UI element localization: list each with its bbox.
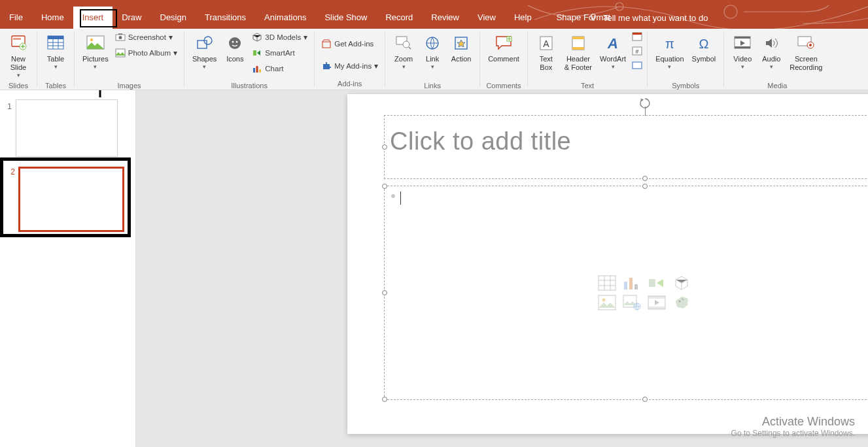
tab-home[interactable]: Home: [32, 7, 73, 29]
insert-smartart-icon[interactable]: [648, 275, 666, 291]
tab-draw[interactable]: Draw: [113, 7, 150, 29]
comment-icon: [495, 33, 512, 54]
svg-point-27: [403, 41, 409, 48]
svg-rect-53: [634, 284, 638, 290]
svg-rect-60: [648, 296, 665, 299]
date-time-button[interactable]: [631, 30, 643, 43]
resize-handle[interactable]: [382, 290, 387, 295]
ribbon-tabs: File Home Insert Draw Design Transitions…: [0, 7, 868, 29]
tell-me-input[interactable]: [603, 13, 747, 23]
tab-view[interactable]: View: [468, 7, 505, 29]
tab-design[interactable]: Design: [151, 7, 196, 29]
svg-rect-9: [48, 36, 63, 39]
tab-record[interactable]: Record: [376, 7, 422, 29]
chart-button[interactable]: Chart: [249, 61, 310, 76]
slide-canvas[interactable]: Click to add title: [347, 94, 868, 434]
content-placeholder-icons: [598, 275, 692, 310]
slide-number-button[interactable]: #: [631, 44, 643, 58]
photo-album-button[interactable]: Photo Album ▾: [113, 46, 180, 60]
svg-point-49: [809, 44, 812, 46]
insert-picture-icon[interactable]: [598, 295, 616, 310]
text-box-button[interactable]: AText Box: [532, 30, 561, 80]
action-button[interactable]: Action: [447, 30, 476, 80]
get-addins-button[interactable]: Get Add-ins: [319, 37, 381, 51]
svg-rect-23: [256, 66, 258, 73]
screen-recording-icon: [797, 33, 814, 54]
svg-point-14: [118, 36, 122, 39]
3d-models-button[interactable]: 3D Models ▾: [249, 30, 310, 44]
icons-icon: [227, 33, 243, 54]
chevron-down-icon: ▾: [54, 63, 58, 70]
zoom-button[interactable]: Zoom▾: [389, 30, 418, 80]
insert-chart-icon[interactable]: [623, 275, 641, 291]
svg-rect-34: [572, 37, 584, 39]
header-footer-button[interactable]: Header & Footer: [561, 30, 596, 80]
content-placeholder[interactable]: [384, 186, 868, 400]
table-icon: [47, 33, 64, 54]
thumbnail-1[interactable]: 1: [0, 97, 135, 159]
insert-online-picture-icon[interactable]: [623, 295, 641, 310]
audio-button[interactable]: Audio▾: [757, 30, 786, 80]
store-icon: [321, 39, 332, 49]
insert-video-icon[interactable]: [648, 295, 666, 310]
tab-help[interactable]: Help: [505, 7, 541, 29]
equation-button[interactable]: πEquation▾: [651, 30, 687, 80]
resize-handle[interactable]: [642, 184, 648, 189]
svg-rect-22: [253, 68, 255, 73]
wordart-button[interactable]: AWordArt▾: [596, 30, 630, 80]
insert-table-icon[interactable]: [598, 275, 616, 291]
cube-icon: [252, 32, 262, 42]
svg-rect-16: [198, 41, 207, 48]
bullet-icon: [391, 194, 395, 198]
number-icon: #: [632, 46, 642, 56]
resize-handle[interactable]: [642, 397, 648, 402]
svg-rect-61: [648, 306, 665, 309]
my-addins-button[interactable]: My Add-ins ▾: [319, 59, 381, 73]
video-button[interactable]: Video▾: [728, 30, 757, 80]
svg-rect-54: [649, 279, 655, 287]
insert-icon-icon[interactable]: [672, 295, 691, 310]
screen-recording-button[interactable]: Screen Recording: [786, 30, 826, 80]
wordart-icon: A: [605, 33, 621, 54]
tab-transitions[interactable]: Transitions: [196, 7, 255, 29]
object-button[interactable]: [631, 59, 643, 72]
slide-thumbnails-pane[interactable]: 1: [0, 90, 136, 447]
new-slide-button[interactable]: New Slide ▾: [4, 30, 33, 80]
tab-file[interactable]: File: [0, 7, 32, 29]
svg-rect-45: [735, 37, 750, 39]
new-slide-icon: [10, 33, 27, 54]
icons-button[interactable]: Icons: [220, 30, 249, 80]
screenshot-button[interactable]: Screenshot ▾: [113, 30, 180, 44]
insert-3d-model-icon[interactable]: [672, 275, 691, 291]
resize-handle[interactable]: [382, 144, 387, 150]
svg-point-56: [602, 299, 606, 302]
resize-handle[interactable]: [642, 176, 648, 181]
tab-slideshow[interactable]: Slide Show: [315, 7, 376, 29]
tab-animations[interactable]: Animations: [255, 7, 315, 29]
svg-rect-46: [735, 46, 750, 48]
tab-review[interactable]: Review: [422, 7, 468, 29]
svg-rect-38: [633, 33, 642, 35]
resize-handle[interactable]: [382, 184, 387, 189]
thumbnail-1-preview[interactable]: [16, 99, 118, 157]
comment-button[interactable]: Comment: [484, 30, 523, 80]
header-footer-icon: [571, 33, 585, 54]
resize-handle[interactable]: [382, 397, 387, 402]
shapes-button[interactable]: Shapes▾: [188, 30, 220, 80]
pictures-button[interactable]: Pictures ▾: [78, 30, 113, 80]
group-images: Pictures ▾ Screenshot ▾ Photo Album ▾ Im…: [75, 29, 184, 90]
link-button[interactable]: Link▾: [418, 30, 447, 80]
tell-me-search[interactable]: [589, 7, 747, 29]
thumbnail-2-preview[interactable]: [19, 167, 124, 231]
puzzle-icon: [321, 61, 332, 71]
slide-edit-area[interactable]: Click to add title: [136, 90, 868, 447]
smartart-button[interactable]: SmartArt: [249, 46, 310, 60]
title-placeholder[interactable]: Click to add title: [384, 115, 868, 179]
svg-text:Ω: Ω: [699, 37, 708, 51]
svg-rect-6: [13, 38, 21, 40]
symbol-button[interactable]: ΩSymbol: [688, 30, 720, 80]
rotation-line: [645, 107, 646, 116]
table-button[interactable]: Table ▾: [41, 30, 70, 80]
annotation-thumbnail-highlight: 2: [0, 157, 131, 237]
group-media: Video▾ Audio▾ Screen Recording Media: [724, 29, 830, 90]
